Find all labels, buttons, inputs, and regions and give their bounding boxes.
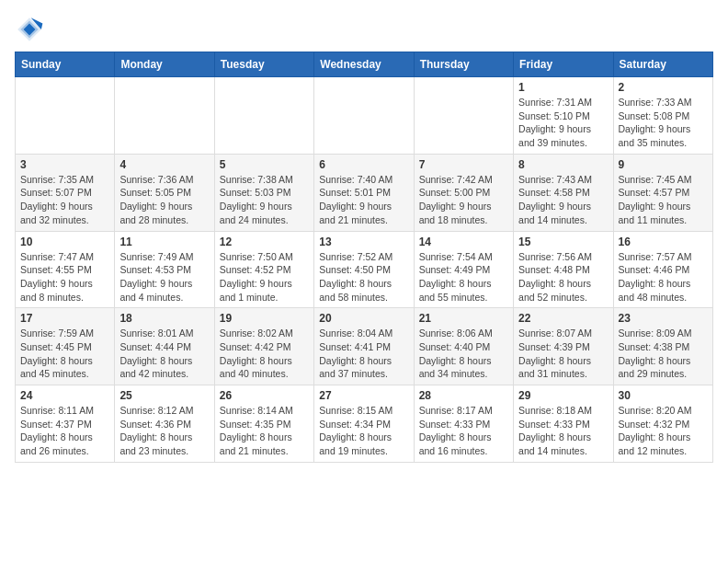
day-info: Sunrise: 7:57 AM Sunset: 4:46 PM Dayligh… [619, 250, 708, 304]
day-info: Sunrise: 7:31 AM Sunset: 5:10 PM Dayligh… [518, 96, 608, 150]
day-number: 25 [119, 389, 209, 402]
calendar-week-row: 10Sunrise: 7:47 AM Sunset: 4:55 PM Dayli… [16, 231, 713, 308]
day-info: Sunrise: 8:17 AM Sunset: 4:33 PM Dayligh… [419, 404, 508, 458]
day-info: Sunrise: 7:59 AM Sunset: 4:45 PM Dayligh… [20, 327, 109, 381]
calendar-week-row: 1Sunrise: 7:31 AM Sunset: 5:10 PM Daylig… [16, 77, 713, 155]
calendar-cell: 10Sunrise: 7:47 AM Sunset: 4:55 PM Dayli… [16, 231, 115, 308]
day-number: 13 [319, 236, 408, 248]
calendar-week-row: 24Sunrise: 8:11 AM Sunset: 4:37 PM Dayli… [16, 385, 713, 463]
day-number: 2 [619, 81, 708, 94]
calendar-cell: 12Sunrise: 7:50 AM Sunset: 4:52 PM Dayli… [214, 231, 313, 308]
calendar-week-row: 3Sunrise: 7:35 AM Sunset: 5:07 PM Daylig… [16, 154, 713, 231]
day-info: Sunrise: 7:56 AM Sunset: 4:48 PM Dayligh… [518, 250, 608, 304]
day-info: Sunrise: 8:20 AM Sunset: 4:32 PM Dayligh… [619, 404, 708, 458]
calendar-table: SundayMondayTuesdayWednesdayThursdayFrid… [15, 52, 713, 463]
calendar-cell [214, 77, 313, 155]
calendar-cell: 7Sunrise: 7:42 AM Sunset: 5:00 PM Daylig… [414, 154, 513, 231]
day-number: 10 [20, 236, 109, 248]
day-number: 17 [20, 312, 109, 325]
day-number: 15 [518, 236, 608, 248]
day-number: 5 [220, 158, 309, 171]
calendar-cell: 18Sunrise: 8:01 AM Sunset: 4:44 PM Dayli… [115, 308, 214, 385]
logo-icon [15, 15, 44, 44]
calendar-cell: 13Sunrise: 7:52 AM Sunset: 4:50 PM Dayli… [314, 231, 414, 308]
calendar-cell: 8Sunrise: 7:43 AM Sunset: 4:58 PM Daylig… [514, 154, 613, 231]
calendar-cell: 24Sunrise: 8:11 AM Sunset: 4:37 PM Dayli… [16, 385, 115, 463]
day-info: Sunrise: 8:18 AM Sunset: 4:33 PM Dayligh… [518, 404, 608, 458]
col-header-friday: Friday [514, 52, 613, 77]
day-number: 21 [419, 312, 508, 325]
col-header-monday: Monday [115, 52, 214, 77]
logo [15, 15, 48, 44]
day-number: 4 [119, 158, 209, 171]
calendar-cell [314, 77, 414, 155]
day-info: Sunrise: 7:36 AM Sunset: 5:05 PM Dayligh… [119, 173, 209, 227]
page-header [15, 15, 713, 44]
calendar-cell: 4Sunrise: 7:36 AM Sunset: 5:05 PM Daylig… [115, 154, 214, 231]
day-info: Sunrise: 7:50 AM Sunset: 4:52 PM Dayligh… [220, 250, 309, 304]
calendar-cell: 3Sunrise: 7:35 AM Sunset: 5:07 PM Daylig… [16, 154, 115, 231]
day-number: 14 [419, 236, 508, 248]
calendar-cell: 22Sunrise: 8:07 AM Sunset: 4:39 PM Dayli… [514, 308, 613, 385]
day-info: Sunrise: 8:07 AM Sunset: 4:39 PM Dayligh… [518, 327, 608, 381]
calendar-cell: 21Sunrise: 8:06 AM Sunset: 4:40 PM Dayli… [414, 308, 513, 385]
col-header-tuesday: Tuesday [214, 52, 313, 77]
calendar-cell: 26Sunrise: 8:14 AM Sunset: 4:35 PM Dayli… [214, 385, 313, 463]
day-info: Sunrise: 7:49 AM Sunset: 4:53 PM Dayligh… [119, 250, 209, 304]
day-info: Sunrise: 7:35 AM Sunset: 5:07 PM Dayligh… [20, 173, 109, 227]
day-number: 23 [619, 312, 708, 325]
col-header-wednesday: Wednesday [314, 52, 414, 77]
calendar-cell: 6Sunrise: 7:40 AM Sunset: 5:01 PM Daylig… [314, 154, 414, 231]
day-number: 8 [518, 158, 608, 171]
day-info: Sunrise: 7:43 AM Sunset: 4:58 PM Dayligh… [518, 173, 608, 227]
calendar-cell: 11Sunrise: 7:49 AM Sunset: 4:53 PM Dayli… [115, 231, 214, 308]
calendar-cell: 5Sunrise: 7:38 AM Sunset: 5:03 PM Daylig… [214, 154, 313, 231]
col-header-saturday: Saturday [613, 52, 712, 77]
calendar-week-row: 17Sunrise: 7:59 AM Sunset: 4:45 PM Dayli… [16, 308, 713, 385]
day-info: Sunrise: 7:47 AM Sunset: 4:55 PM Dayligh… [20, 250, 109, 304]
day-info: Sunrise: 7:40 AM Sunset: 5:01 PM Dayligh… [319, 173, 408, 227]
day-info: Sunrise: 8:02 AM Sunset: 4:42 PM Dayligh… [220, 327, 309, 381]
day-number: 19 [220, 312, 309, 325]
day-info: Sunrise: 8:09 AM Sunset: 4:38 PM Dayligh… [619, 327, 708, 381]
day-number: 11 [119, 236, 209, 248]
day-info: Sunrise: 8:15 AM Sunset: 4:34 PM Dayligh… [319, 404, 408, 458]
day-info: Sunrise: 7:38 AM Sunset: 5:03 PM Dayligh… [220, 173, 309, 227]
day-info: Sunrise: 7:42 AM Sunset: 5:00 PM Dayligh… [419, 173, 508, 227]
calendar-cell: 17Sunrise: 7:59 AM Sunset: 4:45 PM Dayli… [16, 308, 115, 385]
calendar-cell: 23Sunrise: 8:09 AM Sunset: 4:38 PM Dayli… [613, 308, 712, 385]
calendar-cell: 29Sunrise: 8:18 AM Sunset: 4:33 PM Dayli… [514, 385, 613, 463]
day-number: 30 [619, 389, 708, 402]
calendar-cell: 9Sunrise: 7:45 AM Sunset: 4:57 PM Daylig… [613, 154, 712, 231]
calendar-cell: 27Sunrise: 8:15 AM Sunset: 4:34 PM Dayli… [314, 385, 414, 463]
day-info: Sunrise: 7:45 AM Sunset: 4:57 PM Dayligh… [619, 173, 708, 227]
calendar-cell: 1Sunrise: 7:31 AM Sunset: 5:10 PM Daylig… [514, 77, 613, 155]
calendar-cell: 28Sunrise: 8:17 AM Sunset: 4:33 PM Dayli… [414, 385, 513, 463]
day-number: 9 [619, 158, 708, 171]
day-number: 22 [518, 312, 608, 325]
day-info: Sunrise: 8:11 AM Sunset: 4:37 PM Dayligh… [20, 404, 109, 458]
day-number: 6 [319, 158, 408, 171]
day-info: Sunrise: 7:52 AM Sunset: 4:50 PM Dayligh… [319, 250, 408, 304]
calendar-cell [414, 77, 513, 155]
day-info: Sunrise: 7:54 AM Sunset: 4:49 PM Dayligh… [419, 250, 508, 304]
day-number: 28 [419, 389, 508, 402]
calendar-cell: 20Sunrise: 8:04 AM Sunset: 4:41 PM Dayli… [314, 308, 414, 385]
day-number: 1 [518, 81, 608, 94]
col-header-thursday: Thursday [414, 52, 513, 77]
day-info: Sunrise: 8:12 AM Sunset: 4:36 PM Dayligh… [119, 404, 209, 458]
calendar-cell: 16Sunrise: 7:57 AM Sunset: 4:46 PM Dayli… [613, 231, 712, 308]
calendar-cell [16, 77, 115, 155]
day-number: 20 [319, 312, 408, 325]
day-info: Sunrise: 8:01 AM Sunset: 4:44 PM Dayligh… [119, 327, 209, 381]
day-number: 24 [20, 389, 109, 402]
day-number: 29 [518, 389, 608, 402]
calendar-cell [115, 77, 214, 155]
day-number: 16 [619, 236, 708, 248]
calendar-cell: 25Sunrise: 8:12 AM Sunset: 4:36 PM Dayli… [115, 385, 214, 463]
calendar-header-row: SundayMondayTuesdayWednesdayThursdayFrid… [16, 52, 713, 77]
day-number: 7 [419, 158, 508, 171]
day-number: 3 [20, 158, 109, 171]
day-number: 12 [220, 236, 309, 248]
calendar-cell: 2Sunrise: 7:33 AM Sunset: 5:08 PM Daylig… [613, 77, 712, 155]
